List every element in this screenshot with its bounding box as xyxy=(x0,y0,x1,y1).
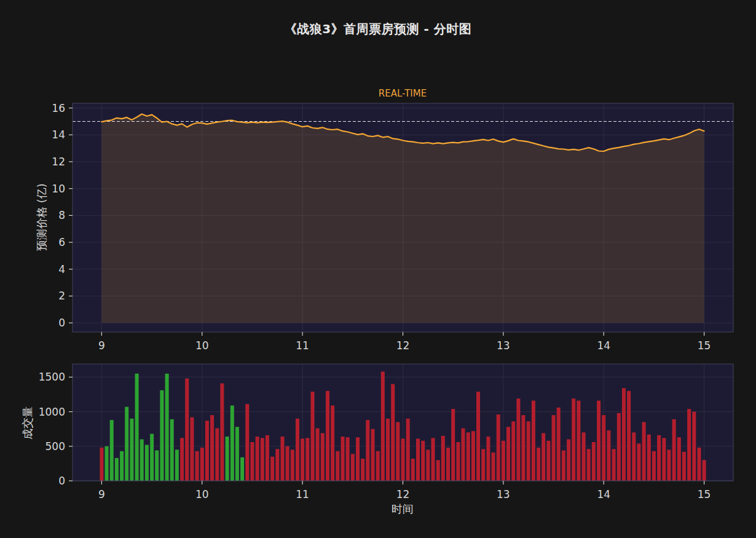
volume-bar xyxy=(341,437,345,481)
volume-bar xyxy=(160,390,163,481)
volume-bar xyxy=(471,431,475,481)
volume-bar xyxy=(110,420,114,481)
volume-bar xyxy=(562,451,565,481)
volume-bar xyxy=(431,438,435,481)
figure: 《战狼3》首周票房预测 - 分时图 REAL-TIME 预测价格 (亿) 成交量… xyxy=(0,0,756,538)
volume-bar xyxy=(266,435,269,481)
volume-bar xyxy=(552,415,556,481)
volume-bar xyxy=(130,419,133,481)
volume-bar xyxy=(401,438,405,481)
y-tick-label: 1000 xyxy=(39,406,65,418)
volume-bar xyxy=(672,419,676,481)
volume-bar xyxy=(286,446,289,481)
x-tick-label: 12 xyxy=(396,488,410,500)
volume-bar xyxy=(235,427,239,481)
y-tick-label: 4 xyxy=(58,263,65,275)
volume-bar xyxy=(462,429,465,481)
y-tick-label: 10 xyxy=(52,183,65,195)
volume-bar xyxy=(220,384,224,481)
volume-bar xyxy=(597,401,600,481)
volume-bar xyxy=(326,391,329,481)
volume-bar xyxy=(522,415,526,481)
volume-bar xyxy=(391,384,395,481)
volume-bar xyxy=(537,448,540,481)
volume-bar xyxy=(270,457,274,481)
volume-bar xyxy=(200,448,204,481)
volume-bar xyxy=(291,449,294,481)
volume-bar xyxy=(486,437,490,481)
y-tick-label: 1500 xyxy=(39,371,65,383)
x-tick-label: 12 xyxy=(396,339,410,352)
volume-bar xyxy=(316,429,320,481)
volume-bar xyxy=(446,448,450,481)
volume-bar xyxy=(652,451,656,481)
x-tick-label: 9 xyxy=(98,339,105,352)
volume-bar xyxy=(592,442,596,481)
volume-bar xyxy=(275,449,279,481)
volume-bar xyxy=(305,438,309,481)
volume-bar xyxy=(376,451,380,481)
y-tick-label: 8 xyxy=(58,209,65,221)
volume-bar xyxy=(546,441,550,481)
volume-bar xyxy=(180,438,184,481)
volume-bar xyxy=(120,451,124,481)
volume-bar xyxy=(165,374,169,481)
volume-bar xyxy=(467,432,470,481)
volume-bar xyxy=(511,421,515,481)
volume-bar xyxy=(567,440,570,481)
volume-bar xyxy=(346,437,350,481)
volume-bar xyxy=(361,459,364,481)
volume-bar xyxy=(703,460,706,481)
volume-bar xyxy=(175,449,179,481)
charts-canvas: 9101112131415024681012141691011121314150… xyxy=(0,0,756,538)
x-tick-label: 15 xyxy=(698,488,711,500)
volume-bar xyxy=(617,413,621,481)
volume-bar xyxy=(140,440,144,481)
volume-bar xyxy=(125,407,128,481)
volume-bar xyxy=(205,421,209,481)
volume-bar xyxy=(436,460,440,481)
volume-bar xyxy=(602,415,605,481)
volume-bar xyxy=(406,419,410,481)
volume-bar xyxy=(557,408,561,481)
volume-bar xyxy=(301,438,304,481)
volume-bar xyxy=(627,391,631,481)
volume-bar xyxy=(321,433,325,481)
y-tick-label: 6 xyxy=(58,236,65,248)
volume-bar xyxy=(682,452,686,481)
x-tick-label: 9 xyxy=(98,488,105,500)
y-tick-label: 12 xyxy=(52,156,65,168)
volume-bar xyxy=(456,442,460,481)
volume-bar xyxy=(492,453,495,481)
y-tick-label: 16 xyxy=(52,102,65,114)
y-tick-label: 2 xyxy=(58,290,65,302)
volume-bar xyxy=(607,430,610,481)
volume-bar xyxy=(577,401,580,481)
y-tick-label: 0 xyxy=(58,317,65,329)
y-tick-label: 500 xyxy=(45,440,65,453)
volume-bar xyxy=(240,457,244,481)
x-tick-label: 11 xyxy=(296,488,309,500)
volume-bar xyxy=(386,419,390,481)
x-tick-label: 10 xyxy=(195,339,209,352)
volume-bar xyxy=(612,449,616,481)
volume-bar xyxy=(516,398,520,481)
x-tick-label: 15 xyxy=(698,339,711,352)
volume-bar xyxy=(667,449,671,481)
volume-bar xyxy=(150,434,154,481)
volume-bar xyxy=(441,436,445,481)
volume-bar xyxy=(185,379,189,481)
volume-bar xyxy=(506,427,510,481)
x-tick-label: 11 xyxy=(296,339,309,352)
volume-bar xyxy=(662,438,666,481)
volume-bar xyxy=(296,419,299,481)
volume-bar xyxy=(421,441,425,481)
volume-bar xyxy=(527,421,530,481)
volume-bar xyxy=(100,448,103,481)
volume-bar xyxy=(230,406,234,481)
volume-bar xyxy=(210,415,214,481)
volume-bar xyxy=(226,437,229,481)
volume-bar xyxy=(135,374,139,481)
volume-bar xyxy=(502,441,505,481)
volume-bar xyxy=(677,437,681,481)
